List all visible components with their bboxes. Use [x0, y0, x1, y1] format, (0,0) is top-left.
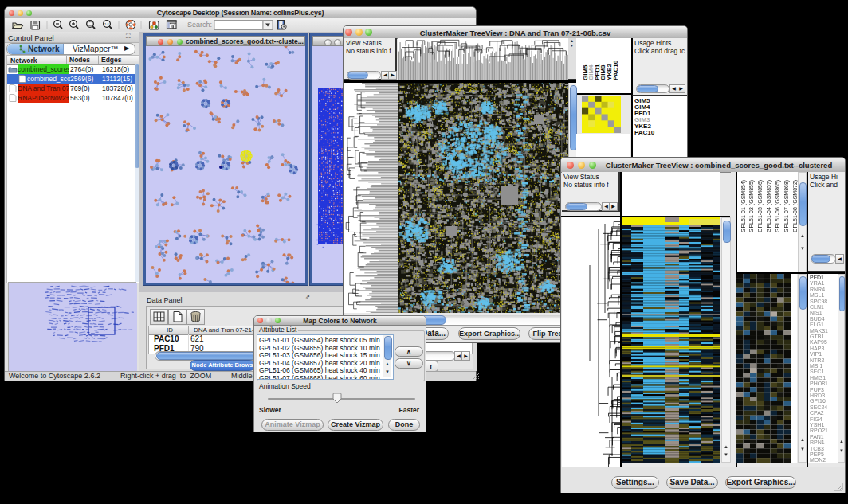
svg-text:Search:: Search: — [187, 21, 212, 29]
svg-text:1:1: 1:1 — [104, 22, 109, 26]
